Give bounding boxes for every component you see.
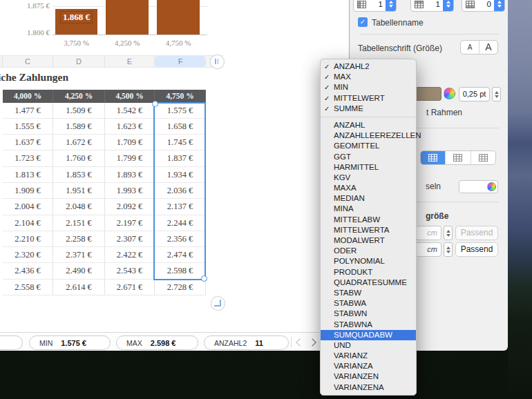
menu-item-stabwna[interactable]: STABWNA (321, 320, 416, 330)
menu-item-anzahlleerezellen[interactable]: ANZAHLLEEREZELLEN (321, 130, 416, 141)
table-cell[interactable]: 1.951 € (53, 183, 105, 199)
menu-item-median[interactable]: MEDIAN (321, 193, 416, 204)
menu-item-harmittel[interactable]: HARMITTEL (321, 162, 416, 173)
menu-item-modalwert[interactable]: MODALWERT (321, 235, 416, 246)
alternating-color-well[interactable] (459, 180, 498, 193)
table-header-cell[interactable]: 4,500 % (105, 90, 155, 103)
table-cell[interactable]: 2.671 € (105, 280, 155, 295)
table-cell[interactable]: 2.137 € (155, 199, 206, 215)
table-cell[interactable]: 2.320 € (3, 247, 53, 263)
border-width-field[interactable]: 0,25 pt (459, 87, 490, 101)
menu-item-stabwn[interactable]: STABWN (321, 309, 416, 319)
table-header-cell[interactable]: 4,250 % (53, 90, 105, 103)
menu-item-mittelwerta[interactable]: MITTELWERTA (321, 225, 416, 235)
chart-bar[interactable] (157, 0, 200, 35)
menu-item-varianzena[interactable]: VARIANZENA (321, 382, 416, 393)
gridline-option-1[interactable] (421, 151, 446, 164)
table-header-cell[interactable]: 4,750 % (155, 90, 206, 103)
menu-item-stabw[interactable]: STABW (321, 288, 416, 298)
menu-item-produkt[interactable]: PRODUKT (321, 267, 416, 278)
menu-item-anzahl2[interactable]: ✓ANZAHL2 (321, 61, 416, 72)
border-color-swatch[interactable] (415, 87, 441, 101)
next-stats-icon[interactable] (308, 338, 316, 346)
menu-item-max[interactable]: ✓MAX (321, 72, 416, 82)
table-cell[interactable]: 1.555 € (3, 119, 53, 135)
table-cell[interactable]: 2.474 € (155, 247, 206, 263)
decrease-font-button[interactable]: A (461, 41, 479, 54)
stepper-buttons[interactable] (494, 0, 504, 11)
column-tab-f[interactable]: F (155, 56, 206, 67)
menu-item-mina[interactable]: MINA (321, 204, 416, 214)
table-name-checkbox[interactable]: ✓ (358, 17, 368, 27)
menu-item-maxa[interactable]: MAXA (321, 183, 416, 193)
table-cell[interactable]: 1.837 € (155, 150, 206, 166)
table-cell[interactable]: 2.244 € (155, 215, 206, 231)
table-cell[interactable]: 2.422 € (105, 247, 155, 263)
table-cell[interactable]: 2.197 € (105, 215, 155, 231)
table-cell[interactable]: 2.092 € (105, 199, 155, 215)
menu-item-mittelabw[interactable]: MITTELABW (321, 215, 416, 225)
table-cell[interactable]: 1.637 € (3, 135, 53, 150)
table-cell[interactable]: 1.813 € (3, 167, 53, 183)
table-cell[interactable]: 2.598 € (155, 263, 206, 279)
menu-item-stabwa[interactable]: STABWA (321, 298, 416, 309)
table-cell[interactable]: 2.543 € (105, 263, 155, 279)
stat-pill-max[interactable]: MAX2.598 € (116, 335, 198, 350)
table-cell[interactable]: 2.151 € (53, 215, 105, 231)
table-header-row[interactable]: 4,000 %4,250 %4,500 %4,750 % (3, 90, 206, 103)
table-footer-row-stepper[interactable]: 0 (462, 0, 505, 12)
chart-bar[interactable]: 1.868 € (55, 9, 97, 35)
menu-item-varianza[interactable]: VARIANZA (321, 361, 416, 371)
menu-item-varianz[interactable]: VARIANZ (321, 351, 416, 361)
gridline-option-2[interactable] (446, 151, 471, 164)
table-cell[interactable]: 1.993 € (105, 183, 155, 199)
menu-item-sumquadabw[interactable]: SUMQUADABW (321, 330, 416, 340)
menu-item-polynomial[interactable]: POLYNOMIAL (321, 256, 416, 266)
table-cell[interactable]: 1.658 € (155, 119, 206, 135)
stat-pill-min[interactable]: MIN1.575 € (29, 335, 111, 350)
table-header-row-stepper[interactable]: 1 (410, 0, 454, 12)
menu-item-kgv[interactable]: KGV (321, 173, 416, 183)
table-cell[interactable]: 1.893 € (105, 167, 155, 183)
table-cell[interactable]: 1.589 € (53, 119, 105, 135)
menu-item-quadratesumme[interactable]: QUADRATESUMME (321, 278, 416, 288)
table-cell[interactable]: 1.745 € (155, 135, 206, 150)
stepper-buttons[interactable] (386, 0, 396, 11)
menu-item-oder[interactable]: ODER (321, 246, 416, 256)
table-cell[interactable]: 2.436 € (3, 263, 53, 279)
table-cell[interactable]: 2.356 € (155, 231, 206, 247)
table-cell[interactable]: 1.723 € (3, 150, 53, 166)
column-width-stepper[interactable] (444, 242, 453, 257)
table-cell[interactable]: 2.371 € (53, 247, 105, 263)
fit-row-button[interactable]: Passend (455, 226, 498, 240)
table-cell[interactable]: 1.799 € (105, 150, 155, 166)
table-cell[interactable]: 1.853 € (53, 167, 105, 183)
table-cell[interactable]: 2.558 € (3, 280, 53, 295)
fit-column-button[interactable]: Passend (455, 242, 498, 257)
menu-item-mittelwert[interactable]: ✓MITTELWERT (321, 93, 416, 104)
data-table[interactable]: 4,000 %4,250 %4,500 %4,750 % 1.477 €1.50… (3, 90, 206, 295)
table-cell[interactable]: 1.672 € (53, 135, 105, 150)
table-cell[interactable]: 1.575 € (155, 103, 206, 119)
chart-data-label[interactable]: 1.868 € (60, 11, 93, 23)
previous-stats-icon[interactable] (296, 338, 303, 346)
table-cell[interactable]: 1.760 € (53, 150, 105, 166)
column-tab-d[interactable]: D (53, 56, 105, 67)
table-cell[interactable]: 1.623 € (105, 119, 155, 135)
color-wheel-icon[interactable] (444, 88, 455, 99)
table-cell[interactable]: 1.934 € (155, 167, 206, 183)
menu-item-min[interactable]: ✓MIN (321, 82, 416, 93)
table-cell[interactable]: 2.048 € (53, 199, 105, 215)
menu-item-geomittel[interactable]: GEOMITTEL (321, 141, 416, 151)
table-cell[interactable]: 2.104 € (3, 215, 53, 231)
table-header-cell[interactable]: 4,000 % (3, 90, 53, 103)
menu-item-und[interactable]: UND (321, 340, 416, 351)
table-cell[interactable]: 1.542 € (105, 103, 155, 119)
table-cell[interactable]: 2.004 € (3, 199, 53, 215)
menu-item-anzahl[interactable]: ANZAHL (321, 120, 416, 130)
row-height-field[interactable]: cm (415, 226, 441, 240)
table-header-column-stepper[interactable]: 1 (353, 0, 397, 12)
table-cell[interactable]: 2.258 € (53, 231, 105, 247)
color-wheel-icon[interactable] (487, 182, 496, 191)
table-resize-handle[interactable] (211, 296, 225, 311)
